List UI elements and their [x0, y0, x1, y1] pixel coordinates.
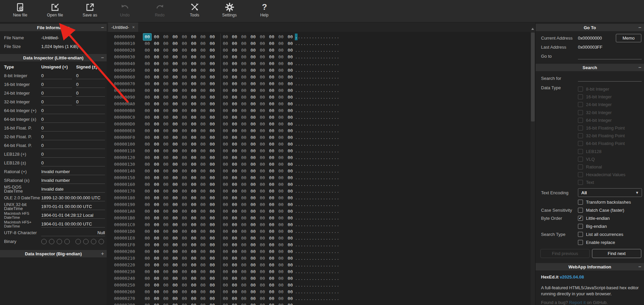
ascii-char[interactable]: .	[323, 195, 325, 201]
ascii-char[interactable]: .	[317, 302, 320, 305]
ascii-char[interactable]: .	[301, 181, 303, 188]
ascii-char[interactable]: .	[301, 168, 303, 174]
hex-byte[interactable]: 00	[190, 101, 198, 107]
hex-byte[interactable]: 00	[277, 201, 285, 208]
hex-byte[interactable]: 00	[180, 255, 189, 262]
ascii-char[interactable]: .	[331, 208, 334, 215]
hex-byte[interactable]: 00	[208, 161, 216, 168]
ascii-char[interactable]: .	[312, 154, 314, 161]
hex-byte[interactable]: 00	[190, 282, 198, 289]
hex-byte[interactable]: 00	[258, 67, 266, 74]
hex-byte[interactable]: 00	[286, 168, 294, 174]
ascii-char[interactable]: .	[298, 107, 300, 114]
ascii-char[interactable]: .	[320, 188, 323, 195]
hex-byte[interactable]: 00	[199, 87, 207, 94]
hex-byte[interactable]: 00	[208, 87, 216, 94]
inspector-unsigned-input[interactable]: 0	[41, 72, 72, 79]
ascii-char[interactable]: .	[303, 201, 306, 208]
hex-byte[interactable]: 00	[199, 289, 207, 295]
hex-byte[interactable]: 00	[220, 34, 229, 40]
hex-byte[interactable]: 00	[143, 181, 151, 188]
hex-byte[interactable]: 00	[286, 141, 294, 148]
hex-byte[interactable]: 00	[268, 275, 276, 282]
ascii-char[interactable]: .	[306, 201, 309, 208]
ascii-char[interactable]: .	[303, 148, 306, 154]
ascii-char[interactable]: .	[303, 121, 306, 128]
ascii-char[interactable]: .	[336, 107, 339, 114]
hex-byte[interactable]: 00	[171, 188, 179, 195]
ascii-char[interactable]: .	[295, 134, 298, 141]
hex-byte[interactable]: 00	[220, 161, 229, 168]
hex-byte[interactable]: 00	[180, 295, 189, 302]
hex-byte[interactable]: 00	[199, 60, 207, 67]
hex-byte[interactable]: 00	[258, 40, 266, 47]
ascii-char[interactable]: .	[314, 188, 317, 195]
ascii-char[interactable]: .	[320, 174, 323, 181]
hex-byte[interactable]: 00	[240, 208, 248, 215]
ascii-char[interactable]: .	[325, 289, 328, 295]
ascii-char[interactable]: .	[309, 248, 311, 255]
ascii-char[interactable]: .	[309, 107, 311, 114]
ascii-char[interactable]: .	[314, 208, 317, 215]
hex-byte[interactable]: 00	[153, 181, 161, 188]
ascii-char[interactable]: .	[334, 255, 336, 262]
ascii-char[interactable]: .	[323, 141, 325, 148]
help-button[interactable]: ?Help	[247, 0, 282, 21]
ascii-char[interactable]: .	[295, 128, 298, 134]
ascii-char[interactable]: .	[314, 54, 317, 60]
hex-byte[interactable]: 00	[268, 47, 276, 54]
hex-byte[interactable]: 00	[171, 121, 179, 128]
hex-byte[interactable]: 00	[153, 195, 161, 201]
ascii-char[interactable]: .	[312, 262, 314, 268]
ascii-char[interactable]: .	[317, 268, 320, 275]
ascii-char[interactable]: .	[320, 235, 323, 242]
ascii-char[interactable]: .	[328, 302, 331, 305]
ascii-char[interactable]: .	[331, 201, 334, 208]
hex-byte[interactable]: 00	[199, 268, 207, 275]
ascii-char[interactable]: .	[325, 128, 328, 134]
hex-byte[interactable]: 00	[162, 228, 170, 235]
hex-byte[interactable]: 00	[190, 302, 198, 305]
ascii-char[interactable]: .	[331, 275, 334, 282]
hex-byte[interactable]: 00	[199, 101, 207, 107]
hex-byte[interactable]: 00	[220, 67, 229, 74]
ascii-char[interactable]: .	[298, 255, 300, 262]
ascii-char[interactable]: .	[298, 282, 300, 289]
ascii-char[interactable]: .	[336, 215, 339, 221]
hex-byte[interactable]: 00	[240, 114, 248, 121]
ascii-char[interactable]: .	[328, 228, 331, 235]
ascii-char[interactable]: .	[309, 208, 311, 215]
hex-byte[interactable]: 00	[199, 215, 207, 221]
ascii-char[interactable]: .	[323, 107, 325, 114]
ascii-char[interactable]: .	[303, 262, 306, 268]
hex-byte[interactable]: 00	[240, 228, 248, 235]
hex-byte[interactable]: 00	[249, 40, 257, 47]
hex-byte[interactable]: 00	[199, 161, 207, 168]
ascii-char[interactable]: .	[298, 148, 300, 154]
inspector-value-input[interactable]: 0	[41, 107, 105, 114]
ascii-char[interactable]: .	[317, 161, 320, 168]
hex-byte[interactable]: 00	[143, 87, 151, 94]
hex-byte[interactable]: 00	[220, 47, 229, 54]
hex-byte[interactable]: 00	[268, 248, 276, 255]
ascii-char[interactable]: .	[328, 67, 331, 74]
ascii-char[interactable]: .	[312, 208, 314, 215]
hex-byte[interactable]: 00	[162, 81, 170, 87]
hex-byte[interactable]: 00	[268, 141, 276, 148]
hex-byte[interactable]: 00	[240, 295, 248, 302]
ascii-char[interactable]: .	[303, 248, 306, 255]
ascii-char[interactable]: .	[309, 215, 311, 221]
ascii-char[interactable]: .	[312, 148, 314, 154]
hex-byte[interactable]: 00	[171, 67, 179, 74]
hex-byte[interactable]: 00	[143, 195, 151, 201]
hex-byte[interactable]: 00	[220, 235, 229, 242]
ascii-char[interactable]: .	[309, 268, 311, 275]
ascii-char[interactable]: .	[306, 295, 309, 302]
hex-byte[interactable]: 00	[199, 54, 207, 60]
ascii-char[interactable]: .	[301, 248, 303, 255]
ascii-char[interactable]: .	[331, 282, 334, 289]
hex-byte[interactable]: 00	[277, 67, 285, 74]
ascii-char[interactable]: .	[328, 107, 331, 114]
ascii-char[interactable]: .	[336, 128, 339, 134]
hex-byte[interactable]: 00	[153, 141, 161, 148]
